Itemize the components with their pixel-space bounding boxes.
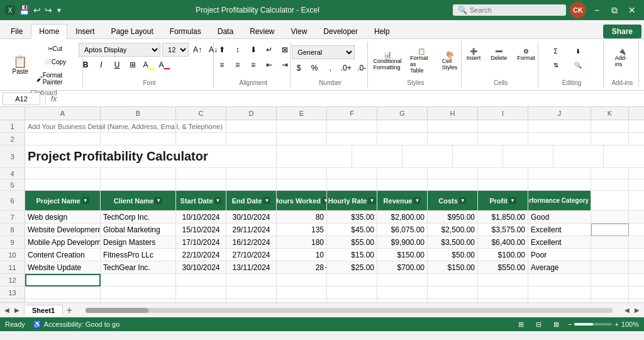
row-num-7[interactable]: 7 — [0, 211, 25, 223]
cell-i4[interactable] — [478, 168, 528, 181]
cell-d3[interactable] — [402, 145, 453, 167]
underline-button[interactable]: U — [110, 58, 124, 72]
cell-k8[interactable] — [591, 224, 629, 236]
cell-d4[interactable] — [226, 168, 277, 181]
cell-h6[interactable]: Costs ▼ — [428, 191, 478, 210]
cell-g10[interactable]: $150.00 — [377, 249, 428, 261]
cell-j8[interactable]: Excellent — [528, 224, 591, 236]
row-num-12[interactable]: 12 — [0, 274, 25, 286]
filter-arrow-h[interactable]: ▼ — [459, 197, 467, 204]
cell-l7[interactable] — [629, 211, 644, 224]
cell-f7[interactable]: $35.00 — [327, 211, 377, 224]
cell-g2[interactable] — [377, 133, 428, 145]
col-header-e[interactable]: E — [277, 107, 327, 120]
fill-button[interactable]: ⬇ — [568, 45, 588, 57]
align-top-button[interactable]: ⬆ — [215, 43, 229, 57]
col-header-j[interactable]: J — [528, 107, 591, 120]
formula-input[interactable] — [59, 94, 641, 103]
tab-insert[interactable]: Insert — [67, 24, 103, 38]
page-layout-view-button[interactable]: ⊟ — [533, 319, 545, 329]
scrollbar-thumb[interactable] — [86, 308, 148, 313]
col-header-d[interactable]: D — [226, 107, 277, 120]
cell-c3[interactable] — [352, 145, 402, 167]
col-header-a[interactable]: A — [25, 107, 101, 120]
cell-g6[interactable]: Revenue ▼ — [377, 191, 428, 210]
indent-decrease-button[interactable]: ⇤ — [262, 58, 276, 72]
row-num-1[interactable]: 1 — [0, 120, 25, 132]
cell-a9[interactable]: Mobile App Development — [25, 236, 101, 249]
cell-k12[interactable] — [591, 274, 629, 286]
cell-d2[interactable] — [226, 133, 277, 145]
cell-c10[interactable]: 22/10/2024 — [176, 249, 226, 261]
row-num-8[interactable]: 8 — [0, 224, 25, 235]
cell-c9[interactable]: 17/10/2024 — [176, 236, 226, 249]
decimal-decrease-button[interactable]: .0- — [355, 61, 369, 75]
row-num-2[interactable]: 2 — [0, 133, 25, 145]
cell-i7[interactable]: $1,850.00 — [478, 211, 528, 224]
col-header-c[interactable]: C — [176, 107, 226, 120]
cell-d5[interactable] — [226, 179, 277, 192]
filter-arrow-b[interactable]: ▼ — [155, 197, 162, 204]
cell-c2[interactable] — [176, 133, 226, 145]
cell-k5[interactable] — [591, 179, 629, 192]
tab-home[interactable]: Home — [31, 24, 67, 39]
cell-l10[interactable] — [629, 249, 644, 261]
sheet-next-button[interactable]: ▶ — [13, 306, 21, 315]
zoom-in-button[interactable]: + — [614, 320, 618, 328]
cell-e4[interactable] — [277, 168, 327, 181]
cell-g9[interactable]: $9,900.00 — [377, 236, 428, 249]
cell-k1[interactable] — [591, 120, 629, 133]
cell-k9[interactable] — [591, 236, 629, 249]
cell-k10[interactable] — [591, 249, 629, 261]
cell-a8[interactable]: Website Development — [25, 224, 101, 236]
cell-b4[interactable] — [101, 168, 176, 181]
cell-i12[interactable] — [478, 274, 528, 286]
cell-a6[interactable]: Project Name ▼ — [25, 191, 101, 210]
maximize-button[interactable]: ⧉ — [608, 3, 621, 17]
cell-l2[interactable] — [629, 133, 644, 145]
cell-b11[interactable]: TechGear Inc. — [101, 261, 176, 274]
insert-cells-button[interactable]: ➕Insert — [463, 45, 485, 64]
cell-d8[interactable]: 29/11/2024 — [226, 224, 277, 236]
cell-h9[interactable]: $3,500.00 — [428, 236, 478, 249]
cell-j2[interactable] — [528, 133, 591, 145]
align-middle-button[interactable]: ↕ — [231, 43, 245, 57]
cell-d12[interactable] — [226, 274, 277, 286]
cell-c4[interactable] — [176, 168, 226, 181]
row-num-9[interactable]: 9 — [0, 236, 25, 248]
cell-j10[interactable]: Poor — [528, 249, 591, 261]
cell-i8[interactable]: $3,575.00 — [478, 224, 528, 236]
find-select-button[interactable]: 🔍 — [568, 59, 588, 71]
cell-styles-button[interactable]: 🎨CellStyles — [439, 45, 460, 76]
tab-review[interactable]: Review — [242, 24, 282, 38]
bold-button[interactable]: B — [79, 58, 92, 72]
row-num-3[interactable]: 3 — [0, 145, 25, 167]
col-header-l[interactable]: L — [629, 107, 644, 120]
cell-l12[interactable] — [629, 274, 644, 286]
cell-f11[interactable]: $25.00 — [327, 261, 377, 274]
cell-b10[interactable]: FitnessPro LLc — [101, 249, 176, 261]
cell-h4[interactable] — [428, 168, 478, 181]
col-header-k[interactable]: K — [591, 107, 629, 120]
zoom-slider-thumb[interactable] — [574, 323, 593, 326]
cell-i2[interactable] — [478, 133, 528, 145]
cell-g3[interactable] — [553, 145, 604, 167]
cell-c5[interactable] — [176, 179, 226, 192]
filter-arrow-d[interactable]: ▼ — [263, 197, 270, 204]
cell-k2[interactable] — [591, 133, 629, 145]
cell-l8[interactable] — [629, 224, 644, 236]
cell-l1[interactable] — [629, 120, 644, 133]
addins-button[interactable]: 🔌Add-ins — [611, 45, 633, 70]
filter-arrow-e[interactable]: ▼ — [322, 197, 327, 204]
cut-button[interactable]: ✂ Cut — [33, 43, 77, 55]
cell-a5[interactable] — [25, 179, 101, 192]
filter-arrow-f[interactable]: ▼ — [368, 197, 375, 204]
format-cells-button[interactable]: ⚙Format — [513, 45, 539, 64]
add-sheet-button[interactable]: + — [63, 304, 75, 317]
cell-f8[interactable]: $45.00 — [327, 224, 377, 236]
cell-a7[interactable]: Web design — [25, 211, 101, 224]
cell-k6[interactable] — [591, 191, 629, 210]
col-header-b[interactable]: B — [101, 107, 176, 120]
sum-button[interactable]: Σ — [546, 45, 566, 57]
cell-f5[interactable] — [327, 179, 377, 192]
